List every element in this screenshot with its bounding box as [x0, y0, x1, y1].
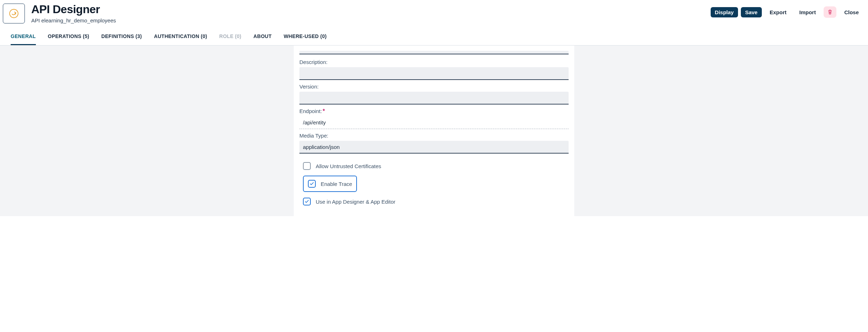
- content-area: Description: Version: Endpoint:* Media T…: [0, 45, 868, 216]
- display-button[interactable]: Display: [711, 7, 738, 17]
- close-button[interactable]: Close: [839, 7, 864, 17]
- delete-button[interactable]: [824, 6, 836, 18]
- label-version: Version:: [299, 84, 319, 90]
- export-button[interactable]: Export: [765, 7, 792, 17]
- label-endpoint: Endpoint:: [299, 108, 322, 114]
- input-media-type[interactable]: [299, 141, 569, 154]
- checkbox-row-enable-trace[interactable]: Enable Trace: [303, 176, 357, 192]
- field-media-type: Media Type:: [299, 133, 569, 154]
- svg-point-0: [10, 9, 18, 18]
- page-title: API Designer: [31, 3, 116, 16]
- check-icon: [309, 181, 314, 186]
- title-block: API Designer API elearning_hr_demo_emplo…: [31, 3, 116, 23]
- app-logo: [3, 4, 25, 23]
- page-subtitle: API elearning_hr_demo_employees: [31, 17, 116, 23]
- checkbox-allow-untrusted[interactable]: [303, 162, 311, 170]
- input-above-cutoff[interactable]: [299, 51, 569, 54]
- tab-operations[interactable]: OPERATIONS (5): [48, 28, 89, 45]
- label-enable-trace: Enable Trace: [321, 181, 352, 187]
- tab-where-used[interactable]: WHERE-USED (0): [284, 28, 327, 45]
- tab-role: ROLE (0): [219, 28, 241, 45]
- label-use-in-designer: Use in App Designer & App Editor: [316, 199, 395, 205]
- header-left: API Designer API elearning_hr_demo_emplo…: [3, 3, 116, 23]
- header: API Designer API elearning_hr_demo_emplo…: [0, 0, 868, 23]
- form-panel: Description: Version: Endpoint:* Media T…: [294, 45, 574, 216]
- tabs-bar: GENERAL OPERATIONS (5) DEFINITIONS (3) A…: [0, 28, 868, 45]
- tab-general[interactable]: GENERAL: [11, 28, 36, 45]
- tab-about[interactable]: ABOUT: [254, 28, 272, 45]
- required-star: *: [322, 108, 325, 114]
- label-allow-untrusted: Allow Untrusted Certificates: [316, 163, 381, 169]
- logo-icon: [8, 7, 20, 20]
- header-actions: Display Save Export Import Close: [711, 3, 864, 18]
- checkbox-use-in-designer[interactable]: [303, 198, 311, 205]
- checkboxes-group: Allow Untrusted Certificates Enable Trac…: [299, 162, 569, 205]
- field-endpoint: Endpoint:*: [299, 108, 569, 129]
- input-version[interactable]: [299, 92, 569, 105]
- checkbox-row-use-in-designer[interactable]: Use in App Designer & App Editor: [303, 198, 569, 205]
- tab-authentication[interactable]: AUTHENTICATION (0): [154, 28, 207, 45]
- check-icon: [304, 199, 309, 204]
- trash-icon: [827, 9, 833, 15]
- field-version: Version:: [299, 84, 569, 105]
- checkbox-row-allow-untrusted[interactable]: Allow Untrusted Certificates: [303, 162, 569, 170]
- checkbox-enable-trace[interactable]: [308, 180, 316, 188]
- import-button[interactable]: Import: [794, 7, 821, 17]
- label-media-type: Media Type:: [299, 133, 328, 139]
- label-description: Description:: [299, 59, 327, 65]
- field-description: Description:: [299, 59, 569, 80]
- save-button[interactable]: Save: [741, 7, 762, 17]
- field-above-cutoff: [299, 49, 569, 55]
- input-description[interactable]: [299, 67, 569, 80]
- input-endpoint[interactable]: [299, 116, 569, 129]
- tab-definitions[interactable]: DEFINITIONS (3): [101, 28, 142, 45]
